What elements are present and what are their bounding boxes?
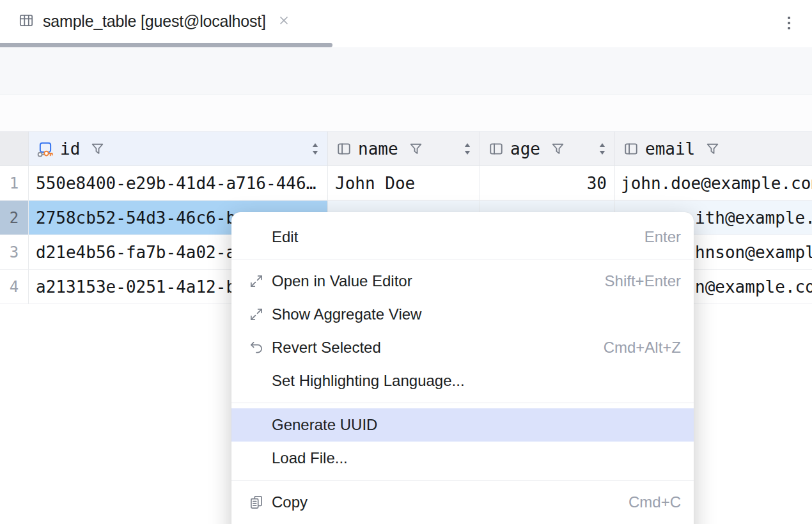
row-number[interactable]: 2 [0, 201, 29, 235]
column-header-label: id [60, 139, 80, 158]
column-icon [335, 140, 353, 158]
menu-shortcut: Cmd+C [629, 493, 681, 511]
menu-separator [231, 480, 694, 481]
row-number[interactable]: 4 [0, 270, 29, 304]
data-editor-toolbar: 4 rows [0, 47, 812, 95]
context-menu: Edit Enter Open in Value Editor Shift+En… [231, 212, 694, 524]
sort-toggle-icon[interactable] [597, 141, 608, 159]
more-options-kebab-icon[interactable] [781, 12, 797, 35]
where-filter-row[interactable]: WHERE [0, 95, 812, 132]
datagrip-table-editor: sample_table [guest@localhost] 4 rows [0, 0, 812, 524]
cell-age[interactable]: 30 [480, 166, 615, 201]
column-header-email[interactable]: email [615, 132, 812, 166]
column-header-age[interactable]: age [480, 132, 615, 166]
filter-funnel-icon[interactable] [704, 140, 721, 157]
menu-item-set-highlighting-language[interactable]: Set Highlighting Language... [231, 364, 694, 397]
tab-sample-table[interactable]: sample_table [guest@localhost] [0, 0, 290, 43]
column-header-label: email [645, 139, 695, 158]
menu-separator [231, 403, 694, 403]
cell-name[interactable]: John Doe [328, 166, 480, 201]
menu-item-edit[interactable]: Edit Enter [231, 220, 694, 254]
tab-close-icon[interactable] [277, 14, 290, 29]
row-number[interactable]: 1 [0, 166, 29, 201]
sort-toggle-icon[interactable] [462, 141, 473, 159]
column-icon [487, 140, 505, 158]
cell-email[interactable]: john.doe@example.com [615, 166, 812, 201]
menu-item-open-in-value-editor[interactable]: Open in Value Editor Shift+Enter [231, 265, 694, 298]
sort-toggle-icon[interactable] [309, 141, 321, 159]
row-number-header[interactable] [0, 132, 29, 166]
editor-tab-bar: sample_table [guest@localhost] [0, 0, 812, 47]
menu-shortcut: Shift+Enter [605, 272, 681, 290]
cell-email-visible-fragment[interactable]: ith@example.c [695, 201, 812, 235]
menu-item-revert-selected[interactable]: Revert Selected Cmd+Alt+Z [231, 331, 694, 364]
filter-funnel-icon[interactable] [549, 140, 566, 157]
column-icon [622, 140, 640, 158]
menu-item-generate-uuid[interactable]: Generate UUID [231, 408, 694, 442]
cell-email-visible-fragment[interactable]: hnson@exampl [695, 235, 812, 270]
cell-email-visible-fragment[interactable]: n@example.co [695, 270, 812, 304]
expand-icon [248, 306, 272, 323]
column-header-label: age [510, 139, 540, 158]
grid-header-row: id name [0, 132, 812, 166]
menu-shortcut: Enter [644, 228, 681, 246]
column-header-name[interactable]: name [328, 132, 480, 166]
undo-icon [248, 339, 272, 356]
menu-separator [231, 259, 694, 259]
expand-icon [248, 273, 272, 289]
menu-item-copy[interactable]: Copy Cmd+C [231, 486, 694, 519]
filter-funnel-icon[interactable] [407, 140, 425, 157]
table-icon [18, 12, 35, 31]
menu-item-load-file[interactable]: Load File... [231, 442, 694, 475]
active-tab-underline [0, 43, 332, 47]
primary-key-column-icon [36, 139, 55, 158]
table-row: 1 550e8400-e29b-41d4-a716-446… John Doe … [0, 166, 812, 201]
menu-shortcut: Cmd+Alt+Z [604, 339, 681, 357]
cell-id[interactable]: 550e8400-e29b-41d4-a716-446… [29, 166, 328, 201]
row-number[interactable]: 3 [0, 235, 29, 270]
menu-item-show-aggregate-view[interactable]: Show Aggregate View [231, 298, 694, 331]
column-header-id[interactable]: id [29, 132, 328, 166]
tab-title: sample_table [guest@localhost] [43, 12, 266, 31]
filter-funnel-icon[interactable] [89, 140, 106, 157]
column-header-label: name [358, 139, 398, 158]
copy-icon [248, 494, 272, 511]
